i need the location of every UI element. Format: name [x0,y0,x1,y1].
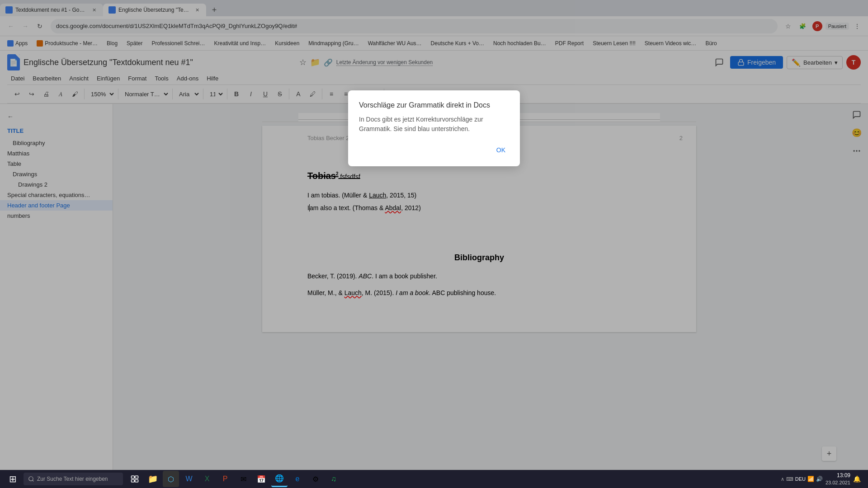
taskbar-date-display: 23.02.2021 [826,479,850,486]
taskbar-app-settings[interactable]: ⚙ [307,471,324,487]
volume-icon[interactable]: 🔊 [816,476,823,482]
taskbar-app-mail[interactable]: ✉ [235,471,251,487]
svg-point-4 [29,477,33,481]
dialog-overlay: Vorschläge zur Grammatik direkt in Docs … [0,0,868,488]
settings-icon: ⚙ [312,475,319,483]
grammar-dialog: Vorschläge zur Grammatik direkt in Docs … [348,90,520,166]
taskbar-app-explorer[interactable]: 📁 [145,471,161,487]
dialog-body: In Docs gibt es jetzt Korrekturvorschläg… [359,115,509,134]
dialog-ok-button[interactable]: OK [493,145,509,155]
spotify-icon: ♫ [331,475,336,483]
ppt-icon: P [223,475,228,483]
dialog-actions: OK [359,145,509,155]
keyboard-icon[interactable]: ⌨ [786,476,793,482]
word-icon: W [185,475,192,483]
taskbar: ⊞ Zur Suche Text hier eingeben 📁 ⬡ W X P… [0,470,868,488]
taskbar-app-excel[interactable]: X [199,471,215,487]
taskbar-system-icons: ∧ ⌨ DEU 📶 🔊 [781,476,823,482]
edge-icon: e [296,475,300,483]
notification-icon[interactable]: 🔔 [853,475,861,483]
excel-icon: X [205,475,210,483]
chrome-icon: 🌐 [275,474,284,483]
taskview-icon [131,475,139,483]
svg-rect-6 [135,476,138,478]
taskbar-app-spotify[interactable]: ♫ [326,471,342,487]
calendar-icon: 📅 [257,475,266,483]
taskbar-clock[interactable]: 13:09 23.02.2021 [826,472,850,486]
taskbar-app-vscode[interactable]: ⬡ [163,471,179,487]
taskbar-right: ∧ ⌨ DEU 📶 🔊 13:09 23.02.2021 🔔 [781,472,864,486]
explorer-icon: 📁 [148,474,158,484]
wifi-icon[interactable]: 📶 [807,476,814,482]
language-label: DEU [795,476,806,482]
taskbar-app-chrome[interactable]: 🌐 [271,471,288,487]
taskbar-app-powerpoint[interactable]: P [217,471,233,487]
taskbar-app-word[interactable]: W [181,471,197,487]
mail-icon: ✉ [241,475,246,483]
dialog-title: Vorschläge zur Grammatik direkt in Docs [359,101,509,109]
svg-rect-5 [132,476,135,478]
taskbar-app-calendar[interactable]: 📅 [253,471,269,487]
taskbar-search-placeholder: Zur Suche Text hier eingeben [37,476,108,482]
chevron-up-icon[interactable]: ∧ [781,476,784,482]
search-icon [28,476,34,482]
svg-rect-7 [132,480,135,482]
taskbar-app-taskview[interactable] [127,471,143,487]
taskbar-apps: 📁 ⬡ W X P ✉ 📅 🌐 e ⚙ ♫ [127,471,779,487]
taskbar-search[interactable]: Zur Suche Text hier eingeben [24,473,123,485]
svg-rect-8 [135,480,138,482]
taskbar-time-display: 13:09 [826,472,850,479]
taskbar-app-edge[interactable]: e [289,471,306,487]
vscode-icon: ⬡ [168,475,174,483]
start-button[interactable]: ⊞ [4,472,22,486]
